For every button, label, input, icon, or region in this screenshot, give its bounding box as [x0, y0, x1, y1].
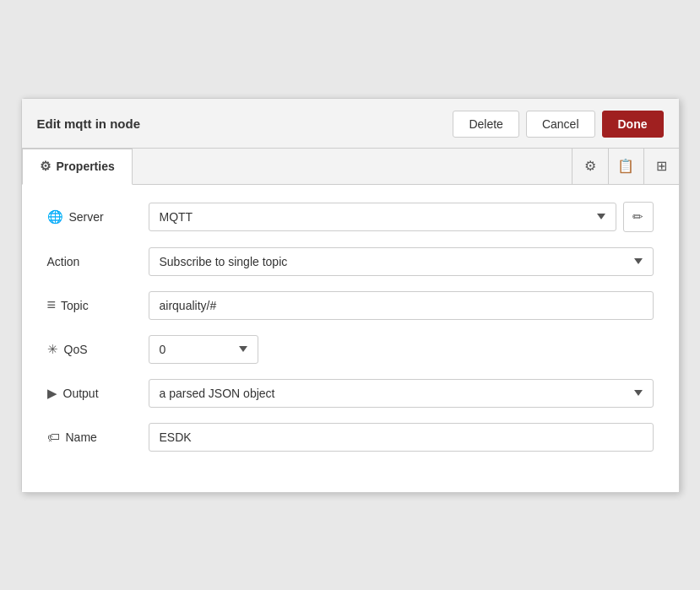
tab-bar: ⚙ Properties ⚙ 📋 ⊞	[22, 149, 679, 185]
done-button[interactable]: Done	[602, 111, 664, 138]
name-row: 🏷 Name	[47, 423, 654, 452]
topic-control-wrap	[149, 291, 654, 320]
properties-tab-icon: ⚙	[40, 159, 51, 174]
server-label: 🌐 Server	[47, 209, 149, 225]
dialog-header: Edit mqtt in node Delete Cancel Done	[22, 99, 679, 149]
qos-icon: ✳	[47, 342, 58, 357]
dialog-title: Edit mqtt in node	[37, 116, 140, 131]
server-control-wrap: MQTT ✏	[149, 202, 654, 232]
output-control-wrap: a parsed JSON object a Buffer a String a…	[149, 379, 654, 408]
edit-dialog: Edit mqtt in node Delete Cancel Done ⚙ P…	[21, 98, 680, 493]
topic-label: ≡ Topic	[47, 296, 149, 314]
tab-icon-doc-button[interactable]: 📋	[608, 149, 643, 184]
output-select[interactable]: a parsed JSON object a Buffer a String a…	[149, 379, 654, 408]
action-label: Action	[47, 255, 149, 268]
topic-icon: ≡	[47, 296, 56, 314]
tab-spacer	[133, 149, 572, 184]
server-select[interactable]: MQTT	[149, 203, 616, 231]
delete-button[interactable]: Delete	[453, 111, 518, 138]
tab-doc-icon: 📋	[617, 158, 634, 174]
properties-tab-label: Properties	[57, 160, 115, 173]
name-label: 🏷 Name	[47, 430, 149, 444]
action-control-wrap: Subscribe to single topic Subscribe to m…	[149, 247, 654, 276]
pencil-icon: ✏	[632, 209, 643, 225]
topic-input[interactable]	[149, 291, 654, 320]
output-icon: ▶	[47, 386, 57, 401]
tab-properties[interactable]: ⚙ Properties	[22, 149, 133, 185]
action-select[interactable]: Subscribe to single topic Subscribe to m…	[149, 247, 654, 276]
cancel-button[interactable]: Cancel	[526, 111, 595, 138]
topic-row: ≡ Topic	[47, 291, 654, 320]
qos-row: ✳ QoS 0 1 2	[47, 335, 654, 364]
name-control-wrap	[149, 423, 654, 452]
name-input[interactable]	[149, 423, 654, 452]
tab-icon-grid-button[interactable]: ⊞	[643, 149, 679, 184]
output-label: ▶ Output	[47, 386, 149, 401]
tab-gear-icon: ⚙	[584, 158, 596, 174]
name-icon: 🏷	[47, 430, 60, 444]
form-body: 🌐 Server MQTT ✏ Action Subscribe to sing…	[22, 185, 679, 492]
tab-icon-group: ⚙ 📋 ⊞	[572, 149, 679, 184]
qos-control-wrap: 0 1 2	[149, 335, 654, 364]
tab-icon-gear-button[interactable]: ⚙	[572, 149, 608, 184]
server-edit-button[interactable]: ✏	[623, 202, 654, 232]
action-row: Action Subscribe to single topic Subscri…	[47, 247, 654, 276]
qos-select[interactable]: 0 1 2	[149, 335, 258, 364]
server-icon: 🌐	[47, 209, 63, 225]
qos-label: ✳ QoS	[47, 342, 149, 357]
server-row: 🌐 Server MQTT ✏	[47, 202, 654, 232]
header-buttons: Delete Cancel Done	[453, 111, 663, 138]
output-row: ▶ Output a parsed JSON object a Buffer a…	[47, 379, 654, 408]
tab-grid-icon: ⊞	[656, 158, 667, 174]
